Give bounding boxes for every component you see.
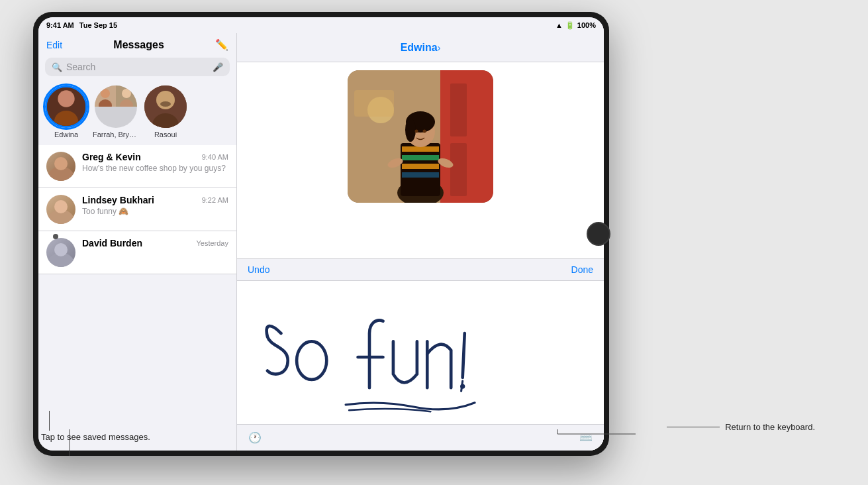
compose-icon: ✏️ xyxy=(215,39,228,50)
message-avatar-greg xyxy=(46,152,75,181)
main-content: Edwina › xyxy=(237,33,604,451)
chat-header: Edwina › xyxy=(237,33,604,62)
undo-button[interactable]: Undo xyxy=(248,264,269,275)
mic-icon: 🎤 xyxy=(213,62,223,72)
sidebar-header: Edit Messages ✏️ xyxy=(38,33,236,55)
keyboard-button[interactable]: ⌨️ xyxy=(576,428,596,448)
message-preview-lindsey: Too funny 🙈 xyxy=(82,207,228,216)
ipad-screen: 9:41 AM Tue Sep 15 ▲ 🔋 100% Edit Message… xyxy=(38,17,604,451)
search-icon: 🔍 xyxy=(52,62,62,72)
svg-point-14 xyxy=(54,200,68,213)
hw-bottom-bar: 🕐 ⌨️ xyxy=(237,424,604,451)
message-content-david: David Burden Yesterday xyxy=(82,238,228,250)
svg-rect-28 xyxy=(402,164,439,169)
svg-point-35 xyxy=(415,130,418,133)
status-time: 9:41 AM xyxy=(46,21,74,29)
pinned-edwina-label: Edwina xyxy=(54,131,78,138)
message-list: Greg & Kevin 9:40 AM How's the new coffe… xyxy=(38,145,236,451)
svg-point-34 xyxy=(405,118,416,142)
annotation-keyboard: Return to the keyboard. xyxy=(725,422,815,432)
svg-rect-26 xyxy=(402,146,439,152)
home-button[interactable] xyxy=(587,222,610,246)
pinned-rasoui-label: Rasoui xyxy=(154,131,177,138)
svg-rect-23 xyxy=(354,90,394,117)
svg-point-4 xyxy=(99,99,112,107)
svg-rect-27 xyxy=(402,155,439,160)
pinned-contact-rasoui[interactable]: Rasoui xyxy=(144,85,187,138)
hw-toolbar: Undo Done xyxy=(237,259,604,281)
message-time-greg: 9:40 AM xyxy=(202,153,228,161)
annotation-saved-messages: Tap to see saved messages. xyxy=(41,432,150,442)
svg-point-12 xyxy=(54,157,68,170)
message-time-david: Yesterday xyxy=(196,239,228,247)
sidebar: Edit Messages ✏️ 🔍 Search 🎤 xyxy=(38,33,237,451)
svg-point-37 xyxy=(297,341,326,380)
hw-canvas[interactable] xyxy=(237,281,604,433)
svg-point-16 xyxy=(54,243,68,256)
message-name-greg: Greg & Kevin xyxy=(82,152,141,162)
message-name-lindsey: Lindsey Bukhari xyxy=(82,195,154,205)
message-avatar-lindsey xyxy=(46,195,75,224)
svg-rect-29 xyxy=(402,172,439,178)
battery-percent: 100% xyxy=(577,21,596,29)
clock-icon: 🕐 xyxy=(248,431,262,444)
svg-point-5 xyxy=(122,89,131,98)
svg-point-3 xyxy=(101,89,110,98)
pinned-contact-farrah[interactable]: Farrah, Bryan &... xyxy=(93,85,139,138)
edit-button[interactable]: Edit xyxy=(46,40,62,50)
svg-point-6 xyxy=(120,99,133,107)
svg-point-36 xyxy=(423,130,426,133)
status-date: Tue Sep 15 xyxy=(79,21,117,29)
svg-rect-20 xyxy=(450,143,467,196)
left-dot xyxy=(53,234,58,239)
message-name-david: David Burden xyxy=(82,238,142,248)
handwriting-panel: Undo Done xyxy=(237,258,604,451)
search-placeholder: Search xyxy=(66,62,209,72)
pinned-farrah-label: Farrah, Bryan &... xyxy=(93,131,139,138)
done-button[interactable]: Done xyxy=(571,264,593,275)
search-bar[interactable]: 🔍 Search 🎤 xyxy=(45,58,230,76)
message-content-lindsey: Lindsey Bukhari 9:22 AM Too funny 🙈 xyxy=(82,195,228,216)
message-preview-greg: How's the new coffee shop by you guys? xyxy=(82,164,228,173)
message-item-david[interactable]: David Burden Yesterday xyxy=(38,231,236,274)
message-item-greg[interactable]: Greg & Kevin 9:40 AM How's the new coffe… xyxy=(38,145,236,188)
svg-point-10 xyxy=(160,101,171,107)
app-container: Edit Messages ✏️ 🔍 Search 🎤 xyxy=(38,33,604,451)
message-item-lindsey[interactable]: Lindsey Bukhari 9:22 AM Too funny 🙈 xyxy=(38,188,236,231)
message-avatar-david xyxy=(46,238,75,267)
wifi-icon: ▲ xyxy=(555,21,563,29)
chat-contact-name[interactable]: Edwina xyxy=(401,42,438,54)
svg-rect-19 xyxy=(450,83,467,136)
ipad-frame: 9:41 AM Tue Sep 15 ▲ 🔋 100% Edit Message… xyxy=(33,12,609,456)
battery-icon: 🔋 xyxy=(565,21,575,30)
message-content-greg: Greg & Kevin 9:40 AM How's the new coffe… xyxy=(82,152,228,173)
compose-button[interactable]: ✏️ xyxy=(215,38,228,51)
sidebar-title: Messages xyxy=(62,39,215,51)
message-time-lindsey: 9:22 AM xyxy=(202,196,228,204)
chevron-right-icon: › xyxy=(438,42,441,53)
pinned-row: Edwina Farrah, Bryan &... xyxy=(38,81,236,145)
saved-messages-button[interactable]: 🕐 xyxy=(245,428,265,448)
keyboard-icon: ⌨️ xyxy=(579,431,593,444)
svg-point-1 xyxy=(58,90,74,107)
status-bar: 9:41 AM Tue Sep 15 ▲ 🔋 100% xyxy=(38,17,604,33)
photo-message xyxy=(348,70,493,203)
pinned-contact-edwina[interactable]: Edwina xyxy=(45,85,87,138)
